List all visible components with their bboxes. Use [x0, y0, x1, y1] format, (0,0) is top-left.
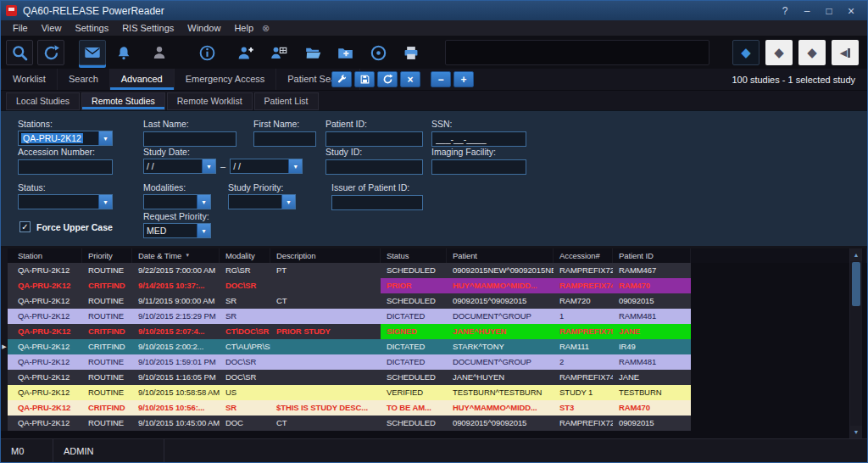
- refresh-list-button[interactable]: [377, 71, 398, 87]
- tab-remote-studies[interactable]: Remote Studies: [81, 92, 165, 110]
- menu-file[interactable]: File: [6, 20, 35, 36]
- column-header-accession-[interactable]: Accession#: [554, 248, 613, 263]
- table-row[interactable]: QA-PRU-2K12CRITFIND9/14/2015 10:37:...DO…: [1, 278, 867, 293]
- expand-button[interactable]: +: [453, 71, 474, 87]
- patient-id-input[interactable]: [326, 131, 423, 147]
- modalities-label: Modalities:: [143, 182, 211, 194]
- status-select[interactable]: ▼: [18, 194, 113, 209]
- study-id-input[interactable]: [326, 159, 423, 175]
- chevron-down-icon[interactable]: ▼: [98, 195, 112, 209]
- table-cell: QA-PRU-2K12: [8, 263, 82, 278]
- search-button[interactable]: [6, 40, 33, 65]
- chevron-down-icon[interactable]: ▼: [197, 224, 210, 237]
- menu-settings[interactable]: Settings: [68, 20, 115, 36]
- help-button[interactable]: ?: [774, 3, 796, 20]
- open-study-button[interactable]: [299, 40, 326, 65]
- status-user: ADMIN: [53, 439, 164, 462]
- vertical-scrollbar[interactable]: ▲ ▼: [849, 248, 862, 438]
- table-row[interactable]: QA-PRU-2K12ROUTINE9/11/2015 9:00:00 AMSR…: [1, 293, 867, 309]
- table-row[interactable]: QA-PRU-2K12ROUTINE9/10/2015 1:16:05 PMDO…: [1, 370, 867, 385]
- column-header-station[interactable]: Station: [8, 248, 82, 263]
- minimize-button[interactable]: –: [796, 3, 818, 20]
- table-cell: [270, 370, 381, 385]
- chevron-down-icon[interactable]: ▼: [288, 159, 302, 173]
- save-button[interactable]: [354, 71, 375, 87]
- table-row[interactable]: QA-PRU-2K12ROUTINE9/10/2015 10:58:58 AMU…: [1, 385, 867, 400]
- maximize-button[interactable]: □: [818, 3, 840, 20]
- burn-disc-button[interactable]: [364, 40, 392, 65]
- study-date-to-select[interactable]: / / ▼: [230, 159, 303, 174]
- collapse-button[interactable]: −: [431, 71, 451, 87]
- issuer-of-patient-id-label: Issuer of Patient ID:: [331, 182, 423, 194]
- study-info-button[interactable]: [193, 40, 220, 65]
- force-upper-case-checkbox[interactable]: ✓: [19, 221, 31, 232]
- ssn-input[interactable]: [431, 131, 526, 147]
- mail-button[interactable]: [79, 40, 106, 65]
- menu-ris-settings[interactable]: RIS Settings: [115, 20, 181, 36]
- table-row[interactable]: QA-PRU-2K12ROUTINE9/10/2015 1:59:01 PMDO…: [1, 354, 867, 370]
- imaging-facility-input[interactable]: [431, 159, 526, 175]
- first-name-input[interactable]: [253, 131, 316, 147]
- menu-close-icon[interactable]: ⊗: [262, 23, 270, 34]
- refresh-button[interactable]: [37, 40, 64, 65]
- ssn-label: SSN:: [431, 119, 526, 131]
- refresh-icon: [382, 74, 393, 85]
- tab-worklist[interactable]: Worklist: [1, 69, 58, 90]
- diamond-nav-button-2[interactable]: ◆: [765, 40, 793, 65]
- scroll-down-button[interactable]: ▼: [850, 426, 862, 438]
- column-header-patient[interactable]: Patient: [447, 248, 554, 263]
- import-study-button[interactable]: [331, 40, 359, 65]
- request-priority-select[interactable]: MED ▼: [143, 223, 211, 238]
- last-name-input[interactable]: [143, 131, 236, 147]
- column-header-status[interactable]: Status: [381, 248, 447, 263]
- tools-button[interactable]: [331, 71, 352, 87]
- column-header-date-time[interactable]: Date & Time▼: [132, 248, 220, 263]
- tab-search[interactable]: Search: [58, 69, 110, 90]
- table-cell: JANE: [613, 370, 691, 385]
- menu-help[interactable]: Help: [227, 20, 260, 36]
- previous-end-button[interactable]: ◀: [832, 40, 859, 65]
- close-search-button[interactable]: ×: [400, 71, 420, 87]
- column-header-modality[interactable]: Modality: [220, 248, 270, 263]
- accession-number-input[interactable]: [18, 159, 113, 175]
- table-row[interactable]: QA-PRU-2K12CRITFIND9/10/2015 2:07:4...CT…: [1, 324, 867, 339]
- patient-button[interactable]: [146, 40, 173, 65]
- close-button[interactable]: ×: [840, 3, 862, 20]
- table-cell: QA-PRU-2K12: [8, 293, 82, 309]
- chevron-down-icon[interactable]: ▼: [281, 195, 295, 209]
- tab-patient-list[interactable]: Patient List: [254, 92, 319, 110]
- diamond-nav-button-3[interactable]: ◆: [798, 40, 826, 65]
- patient-records-button[interactable]: [265, 40, 292, 65]
- diamond-nav-button-1[interactable]: ◆: [732, 40, 760, 65]
- chevron-down-icon[interactable]: ▼: [98, 131, 112, 145]
- scrollbar-thumb[interactable]: [852, 262, 860, 306]
- table-row[interactable]: QA-PRU-2K12ROUTINE9/22/2015 7:00:00 AMRG…: [1, 263, 867, 278]
- study-priority-select[interactable]: ▼: [228, 194, 296, 209]
- print-button[interactable]: [398, 40, 425, 65]
- column-header-patient-id[interactable]: Patient ID: [613, 248, 691, 263]
- tab-advanced[interactable]: Advanced: [110, 69, 175, 90]
- chevron-down-icon[interactable]: ▼: [202, 159, 215, 173]
- column-header-priority[interactable]: Priority: [82, 248, 132, 263]
- menu-window[interactable]: Window: [181, 20, 227, 36]
- accession-number-label: Accession Number:: [18, 147, 113, 159]
- table-cell: SR: [220, 293, 270, 309]
- tab-emergency-access[interactable]: Emergency Access: [175, 69, 277, 90]
- study-date-from-select[interactable]: / / ▼: [143, 159, 216, 174]
- scroll-up-button[interactable]: ▲: [850, 248, 862, 261]
- menu-view[interactable]: View: [35, 20, 69, 36]
- table-row-selected[interactable]: ▶QA-PRU-2K12CRITFIND9/10/2015 2:00:2...C…: [1, 339, 867, 354]
- modalities-select[interactable]: ▼: [143, 194, 211, 209]
- tab-local-studies[interactable]: Local Studies: [6, 92, 80, 110]
- table-row[interactable]: QA-PRU-2K12CRITFIND9/10/2015 10:56:...SR…: [1, 400, 867, 416]
- chevron-down-icon[interactable]: ▼: [197, 195, 210, 209]
- stations-select[interactable]: QA-PRU-2K12 ▼: [18, 131, 113, 146]
- tab-remote-worklist[interactable]: Remote Worklist: [167, 92, 253, 110]
- add-patient-button[interactable]: [231, 40, 259, 65]
- issuer-of-patient-id-input[interactable]: [331, 195, 423, 210]
- notifications-button[interactable]: [110, 40, 137, 65]
- table-row[interactable]: QA-PRU-2K12ROUTINE9/10/2015 10:45:00 AMD…: [1, 416, 867, 431]
- table-row[interactable]: QA-PRU-2K12ROUTINE9/10/2015 2:15:29 PMSR…: [1, 309, 867, 324]
- column-header-description[interactable]: Description: [270, 248, 381, 263]
- table-cell: [270, 354, 381, 370]
